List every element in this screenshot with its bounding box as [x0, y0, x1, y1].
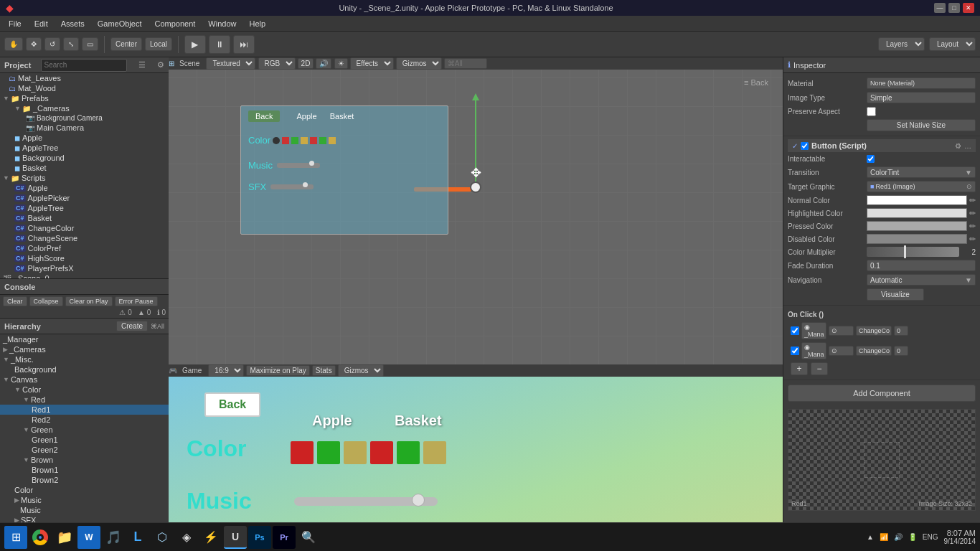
console-collapse[interactable]: Collapse — [29, 296, 63, 306]
onclick-val-2[interactable]: 0 — [894, 346, 908, 356]
taskbar-chrome[interactable] — [29, 526, 52, 549]
scene-gizmos-dropdown[interactable]: Gizmos — [396, 57, 442, 70]
game-music-slider[interactable] — [294, 497, 438, 506]
local-button[interactable]: Local — [145, 37, 172, 51]
console-clear[interactable]: Clear — [3, 296, 27, 306]
highlighted-color-picker[interactable]: ✏ — [969, 209, 976, 218]
menu-gameobject[interactable]: GameObject — [92, 18, 148, 29]
hier-manager[interactable]: _Manager — [0, 334, 169, 344]
game-swatch-red2[interactable] — [370, 441, 393, 464]
taskbar-start[interactable]: ⊞ — [4, 526, 27, 549]
scene-rgb-dropdown[interactable]: RGB — [258, 57, 296, 70]
onclick-icon-2[interactable]: ⊙ — [829, 346, 854, 356]
hand-tool[interactable]: ✋ — [4, 37, 23, 51]
project-item-basket[interactable]: ◼ Basket — [0, 163, 169, 173]
project-item-scripts[interactable]: ▼ 📁 Scripts — [0, 173, 169, 183]
game-aspect-dropdown[interactable]: 16:9 — [208, 364, 244, 377]
hier-green1[interactable]: Green1 — [0, 435, 169, 445]
menu-edit[interactable]: Edit — [29, 18, 54, 29]
hier-music-group[interactable]: ▶ Music — [0, 495, 169, 505]
onclick-obj-1[interactable]: ◉ _Mana — [801, 322, 826, 339]
console-error-pause[interactable]: Error Pause — [115, 296, 158, 306]
maximize-button[interactable]: □ — [948, 3, 960, 13]
hier-green2[interactable]: Green2 — [0, 445, 169, 455]
image-type-value[interactable]: Simple — [867, 92, 976, 103]
project-scene-0[interactable]: 🎬 _Scene_0 — [0, 273, 169, 278]
scene-audio-button[interactable]: 🔊 — [316, 58, 331, 69]
button-script-enabled[interactable] — [801, 142, 809, 150]
onclick-val-1[interactable]: 0 — [894, 326, 908, 336]
hier-brown2[interactable]: Brown2 — [0, 475, 169, 485]
game-swatch-yellow1[interactable] — [344, 441, 367, 464]
hier-music[interactable]: Music — [0, 505, 169, 515]
taskbar-word[interactable]: W — [77, 526, 100, 549]
onclick-check-1[interactable] — [791, 326, 799, 335]
hier-color[interactable]: ▼ Color — [0, 385, 169, 395]
onclick-method-1[interactable]: ChangeCo⁠ — [856, 326, 892, 336]
project-item-cameras[interactable]: ▼ 📁 _Cameras — [0, 103, 169, 113]
add-component-button[interactable]: Add Component — [788, 385, 976, 402]
highlighted-color-swatch[interactable] — [867, 208, 967, 218]
disabled-color-swatch[interactable] — [867, 234, 967, 244]
game-swatch-yellow2[interactable] — [423, 441, 446, 464]
taskbar-arrow-up[interactable]: ▲ — [867, 533, 874, 541]
game-back-button[interactable]: Back — [204, 392, 260, 417]
hier-background[interactable]: Background — [0, 364, 169, 375]
onclick-add-btn[interactable]: + — [791, 362, 808, 375]
pressed-color-swatch[interactable] — [867, 221, 967, 231]
navigation-value[interactable]: Automatic ▼ — [867, 274, 976, 286]
color-multiplier-slider[interactable] — [867, 247, 959, 257]
scene-sun-button[interactable]: ☀ — [334, 58, 348, 69]
taskbar-ps[interactable]: Ps — [248, 526, 271, 549]
project-item-background[interactable]: ◼ Background — [0, 153, 169, 163]
project-script-playerprefs[interactable]: C# PlayerPrefsX — [0, 263, 169, 273]
project-script-appletree[interactable]: C# AppleTree — [0, 203, 169, 213]
scene-effects-dropdown[interactable]: Effects — [350, 57, 394, 70]
layout-dropdown[interactable]: Layout — [929, 37, 976, 51]
hier-green[interactable]: ▼ Green — [0, 425, 169, 435]
hier-red2[interactable]: Red2 — [0, 415, 169, 425]
taskbar-music[interactable]: 🎵 — [102, 526, 125, 549]
minimize-button[interactable]: — — [934, 3, 946, 13]
hier-color2[interactable]: Color — [0, 485, 169, 495]
taskbar-libre[interactable]: L — [126, 526, 149, 549]
project-item-bg-camera[interactable]: 📷 Background Camera — [0, 113, 169, 123]
interactable-checkbox[interactable] — [867, 155, 875, 163]
project-item-mat-leaves[interactable]: 🗂 Mat_Leaves — [0, 73, 169, 83]
normal-color-picker[interactable]: ✏ — [969, 196, 976, 205]
move-tool[interactable]: ✥ — [26, 37, 42, 51]
project-btn-1[interactable]: ☰ — [138, 60, 146, 70]
normal-color-swatch[interactable] — [867, 195, 967, 205]
stats-btn[interactable]: Stats — [312, 365, 336, 376]
rotate-tool[interactable]: ↺ — [44, 37, 60, 51]
project-script-applepicker[interactable]: C# ApplePicker — [0, 193, 169, 203]
menu-file[interactable]: File — [3, 18, 27, 29]
visualize-btn[interactable]: Visualize — [867, 288, 924, 301]
console-clear-on-play[interactable]: Clear on Play — [65, 296, 113, 306]
project-item-mat-wood[interactable]: 🗂 Mat_Wood — [0, 83, 169, 93]
pause-button[interactable]: ⏸ — [209, 35, 230, 54]
game-swatch-green2[interactable] — [397, 441, 420, 464]
fade-duration-value[interactable]: 0.1 — [867, 260, 976, 271]
step-button[interactable]: ⏭ — [233, 35, 255, 54]
project-btn-2[interactable]: ⚙ — [157, 60, 164, 70]
game-swatch-green1[interactable] — [317, 441, 340, 464]
target-graphic-value[interactable]: ■ Red1 (Image) ⊙ — [867, 181, 976, 192]
onclick-icon-1[interactable]: ⊙ — [829, 326, 854, 336]
play-button[interactable]: ▶ — [184, 35, 206, 54]
project-script-basket[interactable]: C# Basket — [0, 213, 169, 223]
taskbar-sublime[interactable]: ⚡ — [199, 526, 222, 549]
project-script-highscore[interactable]: C# HighScore — [0, 253, 169, 263]
menu-assets[interactable]: Assets — [55, 18, 90, 29]
rect-tool[interactable]: ▭ — [82, 37, 98, 51]
project-script-apple[interactable]: C# Apple — [0, 183, 169, 193]
project-item-prefabs[interactable]: ▼ 📁 Prefabs — [0, 93, 169, 103]
menu-component[interactable]: Component — [149, 18, 201, 29]
scene-search[interactable] — [444, 58, 487, 69]
onclick-method-2[interactable]: ChangeCo⁠ — [856, 346, 892, 356]
hier-brown1[interactable]: Brown1 — [0, 465, 169, 475]
taskbar-pr[interactable]: Pr — [273, 526, 296, 549]
project-item-main-camera[interactable]: 📷 Main Camera — [0, 123, 169, 133]
center-button[interactable]: Center — [110, 37, 142, 51]
game-music-slider-thumb[interactable] — [412, 494, 425, 507]
